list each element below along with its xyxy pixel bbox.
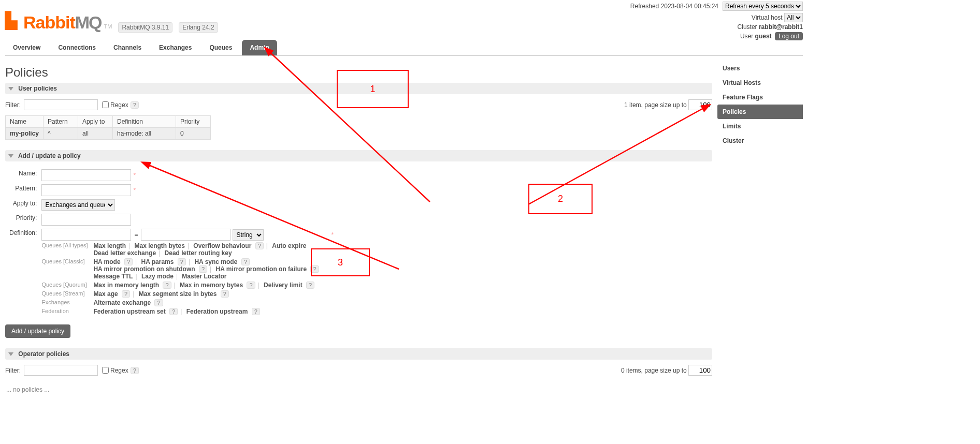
help-icon[interactable]: ?: [221, 290, 229, 298]
link-mem-bytes[interactable]: Max in memory bytes: [180, 282, 243, 289]
subnav-cluster[interactable]: Cluster: [717, 134, 803, 148]
link-ae[interactable]: Alternate exchange: [93, 299, 151, 306]
link-max-segment[interactable]: Max segment size in bytes: [139, 290, 217, 298]
header-status-bar: Refreshed 2023-08-04 00:45:24 Refresh ev…: [5, 0, 803, 12]
chevron-down-icon: [8, 87, 13, 91]
user-name: guest: [755, 33, 772, 40]
vhost-label: Virtual host: [752, 14, 783, 21]
link-max-length[interactable]: Max length: [93, 242, 126, 249]
tab-exchanges[interactable]: Exchanges: [151, 40, 199, 55]
help-icon[interactable]: ?: [241, 258, 250, 265]
definition-type-select[interactable]: String: [233, 229, 264, 241]
help-icon[interactable]: ?: [178, 258, 186, 265]
def-label-stream: Queues [Stream]: [41, 290, 93, 297]
filter-help-icon[interactable]: ?: [131, 101, 139, 109]
def-label-classic: Queues [Classic]: [41, 258, 93, 264]
help-icon[interactable]: ?: [124, 258, 133, 265]
logout-button[interactable]: Log out: [775, 32, 803, 40]
chevron-down-icon: [8, 154, 13, 158]
link-ha-sync-mode[interactable]: HA sync mode: [194, 258, 237, 265]
user-pager-text: 1 item, page size up to: [624, 101, 687, 109]
form-priority-input[interactable]: [41, 214, 131, 226]
section-add-update[interactable]: Add / update a policy: [5, 150, 712, 161]
help-icon[interactable]: ?: [247, 282, 255, 289]
help-icon[interactable]: ?: [199, 265, 207, 273]
op-pager-input[interactable]: [688, 365, 712, 376]
link-fed-up[interactable]: Federation upstream: [186, 308, 248, 315]
link-max-age[interactable]: Max age: [93, 290, 118, 298]
link-message-ttl[interactable]: Message TTL: [93, 273, 133, 280]
cluster-info-block: Virtual host All Cluster rabbit@rabbit1 …: [738, 13, 803, 41]
op-pager-text: 0 items, page size up to: [621, 367, 687, 374]
link-overflow[interactable]: Overflow behaviour: [193, 242, 251, 249]
table-row[interactable]: my-policy ^ all ha-mode: all 0: [6, 128, 211, 140]
link-fed-set[interactable]: Federation upstream set: [93, 308, 165, 315]
link-max-length-bytes[interactable]: Max length bytes: [135, 242, 185, 249]
link-ha-params[interactable]: HA params: [141, 258, 174, 265]
help-icon[interactable]: ?: [255, 242, 264, 249]
tab-connections[interactable]: Connections: [50, 40, 104, 55]
form-name-label: Name:: [8, 169, 38, 182]
op-filter-regex-label: Regex: [110, 367, 128, 374]
help-icon[interactable]: ?: [169, 308, 178, 315]
section-operator-policies[interactable]: Operator policies: [5, 348, 712, 360]
help-icon[interactable]: ?: [122, 290, 130, 298]
cluster-name: rabbit@rabbit1: [759, 23, 803, 31]
tab-channels[interactable]: Channels: [106, 40, 149, 55]
vhost-select[interactable]: All: [784, 13, 803, 22]
admin-subnav: Users Virtual Hosts Feature Flags Polici…: [717, 56, 803, 148]
link-mem-length[interactable]: Max in memory length: [93, 282, 159, 289]
op-filter-input[interactable]: [24, 365, 98, 376]
op-filter-label: Filter:: [5, 367, 21, 374]
form-name-input[interactable]: [41, 169, 131, 181]
help-icon[interactable]: ?: [306, 282, 314, 289]
help-icon[interactable]: ?: [310, 265, 319, 273]
form-priority-label: Priority:: [8, 213, 38, 226]
link-dlrk[interactable]: Dead letter routing key: [165, 249, 232, 257]
filter-input[interactable]: [24, 99, 98, 110]
help-icon[interactable]: ?: [163, 282, 171, 289]
add-update-policy-button[interactable]: Add / update policy: [5, 324, 70, 338]
link-ha-promo-shutdown[interactable]: HA mirror promotion on shutdown: [93, 265, 195, 273]
tab-overview[interactable]: Overview: [5, 40, 48, 55]
refreshed-text: Refreshed 2023-08-04 00:45:24: [630, 3, 718, 10]
op-filter-help-icon[interactable]: ?: [131, 367, 139, 374]
def-label-exchanges: Exchanges: [41, 299, 93, 305]
table-header-row: Name Pattern Apply to Definition Priorit…: [6, 116, 211, 128]
link-auto-expire[interactable]: Auto expire: [272, 242, 306, 249]
subnav-policies[interactable]: Policies: [717, 105, 803, 119]
policy-definition: ha-mode: all: [113, 128, 176, 140]
op-filter-regex-checkbox[interactable]: [102, 367, 109, 374]
definition-key-input[interactable]: [41, 229, 131, 241]
form-apply-select[interactable]: Exchanges and queues: [41, 199, 115, 211]
link-delivery-limit[interactable]: Delivery limit: [264, 282, 302, 289]
link-lazy-mode[interactable]: Lazy mode: [141, 273, 174, 280]
tab-admin[interactable]: Admin: [242, 40, 277, 55]
user-pager-input[interactable]: [688, 99, 712, 110]
filter-regex-checkbox[interactable]: [102, 101, 109, 108]
refresh-interval-select[interactable]: Refresh every 5 seconds: [723, 2, 803, 11]
form-apply-label: Apply to:: [8, 199, 38, 211]
link-dlx[interactable]: Dead letter exchange: [93, 249, 156, 257]
form-pattern-input[interactable]: [41, 184, 131, 196]
policy-priority: 0: [176, 128, 211, 140]
definition-value-input[interactable]: [141, 229, 230, 241]
subnav-virtual-hosts[interactable]: Virtual Hosts: [717, 76, 803, 90]
link-ha-promo-failure[interactable]: HA mirror promotion on failure: [216, 265, 307, 273]
subnav-feature-flags[interactable]: Feature Flags: [717, 90, 803, 105]
chevron-down-icon: [8, 352, 13, 356]
link-ha-mode[interactable]: HA mode: [93, 258, 120, 265]
link-master-locator[interactable]: Master Locator: [182, 273, 226, 280]
def-label-federation: Federation: [41, 308, 93, 314]
rabbit-icon: ▙: [5, 11, 17, 29]
subnav-limits[interactable]: Limits: [717, 119, 803, 134]
help-icon[interactable]: ?: [252, 308, 260, 315]
section-user-policies[interactable]: User policies: [5, 83, 712, 94]
tab-queues[interactable]: Queues: [201, 40, 240, 55]
form-definition-label: Definition:: [8, 228, 38, 317]
subnav-users[interactable]: Users: [717, 61, 803, 76]
filter-regex-label: Regex: [110, 101, 128, 109]
policy-pattern: ^: [44, 128, 78, 140]
help-icon[interactable]: ?: [154, 299, 163, 306]
main-tabs: Overview Connections Channels Exchanges …: [5, 40, 803, 56]
